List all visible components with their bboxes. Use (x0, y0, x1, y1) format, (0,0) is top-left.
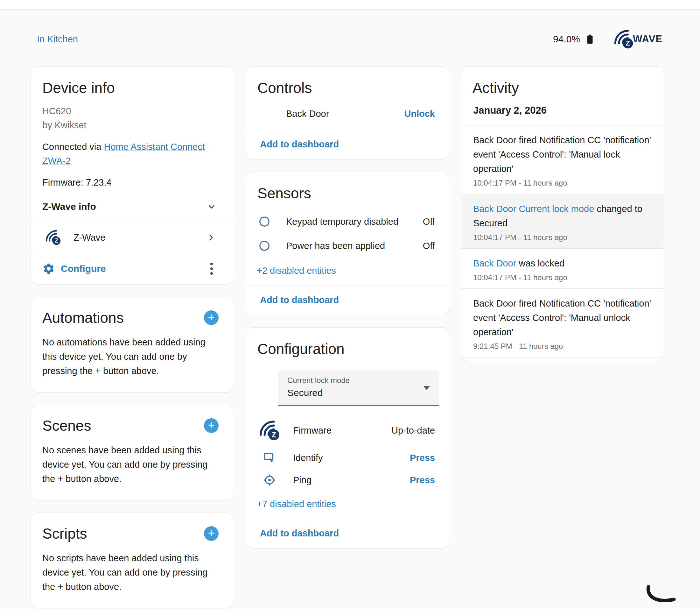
battery-level: 94.0% (553, 34, 580, 45)
entry-text-rest: was locked (516, 258, 564, 268)
add-to-dashboard-link[interactable]: Add to dashboard (246, 519, 353, 548)
add-to-dashboard-link[interactable]: Add to dashboard (246, 130, 353, 159)
firmware-version: Firmware: 7.23.4 (42, 175, 222, 189)
svg-text:Z: Z (55, 238, 58, 244)
header-bar (0, 0, 700, 10)
add-script-button[interactable]: + (204, 526, 219, 541)
lock-mode-select[interactable]: Current lock mode Secured (278, 370, 439, 406)
zwave-info-label: Z-Wave info (42, 201, 96, 212)
entry-timestamp: 10:04:17 PM - 11 hours ago (473, 233, 651, 242)
svg-text:Z: Z (272, 431, 276, 439)
config-row-label: Ping (293, 475, 410, 486)
entry-timestamp: 10:04:17 PM - 11 hours ago (473, 179, 651, 188)
activity-title: Activity (461, 67, 664, 102)
entity-link[interactable]: Back Door Current lock mode (473, 204, 594, 214)
sensor-label: Keypad temporary disabled (286, 216, 423, 227)
disabled-entities-link[interactable]: +2 disabled entities (246, 258, 347, 285)
device-info-title: Device info (31, 67, 234, 104)
config-row-label: Firmware (293, 425, 391, 436)
device-info-card: Device info HC620 by Kwikset Connected v… (31, 66, 234, 284)
status-row: In Kitchen 94.0% Z WAVE (0, 10, 700, 50)
loader-swoosh (645, 585, 678, 606)
entry-text: Back Door fired Notification CC 'notific… (473, 296, 651, 340)
device-page: In Kitchen 94.0% Z WAVE (0, 0, 700, 609)
zwave-integration-row[interactable]: Z Z-Wave (31, 222, 234, 253)
overflow-menu-button[interactable] (209, 261, 215, 277)
add-scene-button[interactable]: + (204, 418, 219, 433)
config-row-firmware[interactable]: Z Firmware Up-to-date (246, 414, 449, 447)
zwave-icon: Z (44, 229, 62, 246)
activity-entry: Back Door fired Notification CC 'notific… (461, 125, 664, 194)
entry-timestamp: 9:21:45 PM - 11 hours ago (473, 342, 651, 351)
config-row-identify[interactable]: Identify Press (246, 447, 449, 469)
identify-icon (252, 451, 287, 465)
scripts-card: Scripts + No scripts have been added usi… (31, 512, 234, 608)
area-breadcrumb[interactable]: In Kitchen (37, 34, 78, 45)
svg-text:Z: Z (626, 39, 630, 47)
lock-entity-name: Back Door (286, 108, 329, 119)
ping-press-button[interactable]: Press (410, 475, 435, 486)
sensor-row[interactable]: Keypad temporary disabled Off (246, 209, 449, 234)
scripts-title: Scripts (42, 525, 87, 542)
disabled-entities-link[interactable]: +7 disabled entities (246, 491, 347, 519)
add-to-dashboard-link[interactable]: Add to dashboard (246, 286, 353, 315)
entry-timestamp: 10:04:17 PM - 11 hours ago (473, 273, 651, 282)
device-model: HC620 (42, 104, 222, 118)
unlock-button[interactable]: Unlock (404, 108, 435, 119)
lock-entity-row[interactable]: Back Door Unlock (246, 104, 449, 130)
activity-entry: Back Door fired Notification CC 'notific… (461, 289, 664, 357)
sensor-state: Off (423, 216, 435, 227)
config-row-ping[interactable]: Ping Press (246, 469, 449, 491)
sensor-row[interactable]: Power has been applied Off (246, 234, 449, 258)
connection-info: Connected via Home Assistant Connect ZWA… (42, 140, 222, 168)
configuration-card: Configuration Current lock mode Secured (246, 327, 449, 549)
sensor-state: Off (423, 241, 435, 251)
entity-link[interactable]: Back Door (473, 258, 516, 268)
entry-text: Back Door was locked (473, 256, 651, 271)
scenes-card: Scenes + No scenes have been added using… (31, 405, 234, 501)
automations-card: Automations + No automations have been a… (31, 297, 234, 393)
circle-icon (258, 239, 271, 252)
scenes-title: Scenes (42, 417, 91, 434)
controls-card: Controls Back Door Unlock Add to dashboa… (246, 66, 449, 159)
automations-title: Automations (42, 309, 124, 326)
controls-title: Controls (246, 67, 449, 104)
select-label: Current lock mode (287, 376, 418, 385)
zwave-info-expander[interactable]: Z-Wave info (31, 189, 234, 222)
config-row-label: Identify (293, 453, 410, 463)
entry-text: Back Door fired Notification CC 'notific… (473, 133, 651, 176)
activity-date: January 2, 2026 (461, 102, 664, 125)
chevron-down-icon (206, 201, 217, 212)
activity-entry: Back Door was locked 10:04:17 PM - 11 ho… (461, 249, 664, 289)
configure-label: Configure (61, 263, 106, 274)
select-value: Secured (287, 387, 418, 398)
zwave-row-label: Z-Wave (73, 232, 206, 243)
circle-icon (258, 215, 271, 228)
activity-entry: Back Door Current lock mode changed to (461, 358, 664, 361)
dropdown-caret-icon (424, 386, 430, 390)
add-automation-button[interactable]: + (204, 310, 219, 325)
scripts-empty-text: No scripts have been added using this de… (31, 542, 234, 608)
device-manufacturer: by Kwikset (42, 118, 222, 132)
activity-entry: Back Door Current lock mode changed to S… (461, 194, 664, 248)
zwave-icon: Z (252, 419, 287, 442)
configuration-title: Configuration (246, 328, 449, 365)
automations-empty-text: No automations have been added using thi… (31, 326, 234, 392)
configure-button[interactable]: Configure (42, 262, 106, 275)
chevron-right-icon (206, 232, 216, 243)
battery-icon (585, 32, 595, 46)
entry-text: Back Door Current lock mode changed to S… (473, 202, 651, 230)
gear-icon (42, 262, 55, 275)
sensor-label: Power has been applied (286, 241, 423, 251)
scenes-empty-text: No scenes have been added using this dev… (31, 434, 234, 500)
identify-press-button[interactable]: Press (410, 453, 435, 463)
connection-prefix: Connected via (42, 142, 104, 152)
firmware-status: Up-to-date (391, 425, 435, 436)
device-info-footer: Configure (31, 253, 234, 284)
activity-card: Activity January 2, 2026 Back Door fired… (461, 66, 664, 361)
status-right: 94.0% Z WAVE (553, 28, 662, 50)
sensors-title: Sensors (246, 172, 449, 209)
zwave-wordmark: WAVE (633, 33, 662, 45)
sensors-card: Sensors Keypad temporary disabled Off Po… (246, 172, 449, 315)
zwave-logo-icon: Z (612, 28, 635, 50)
